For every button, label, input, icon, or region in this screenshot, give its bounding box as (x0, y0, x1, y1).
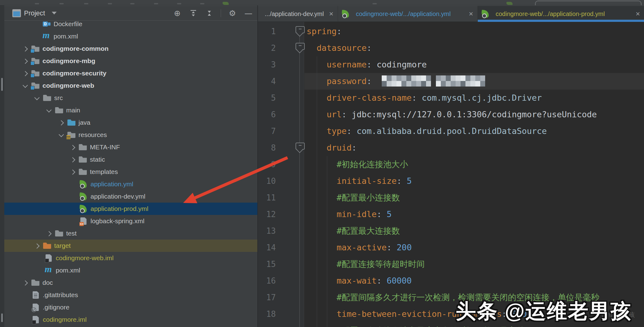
tree-row-codingmore-mbg[interactable]: codingmore-mbg (4, 55, 257, 67)
tree-row-label: codingmore-security (42, 70, 107, 77)
line-number: 17 (258, 289, 276, 306)
editor-gutter: 12345678910111213141516171819 (258, 22, 304, 327)
chevron-right-icon[interactable] (21, 67, 31, 79)
tree-row-dockerfile[interactable]: Dockerfile (4, 21, 257, 30)
locate-icon[interactable]: ⊕ (173, 9, 182, 18)
code-line: #配置最小连接数 (304, 189, 644, 206)
tree-row-label: src (54, 94, 63, 102)
tab-label: .../application-dev.yml (265, 10, 324, 18)
tree-row-pom-xml[interactable]: pom.xml (4, 30, 257, 42)
tree-row-java[interactable]: java (4, 116, 257, 129)
fold-marker-icon[interactable] (296, 143, 304, 152)
tree-row-label: codingmore-web.iml (56, 254, 114, 262)
line-number: 15 (258, 256, 276, 272)
chevron-down-icon[interactable] (21, 79, 31, 92)
line-number: 8 (258, 139, 276, 156)
maven-icon (42, 32, 50, 40)
code-line: password: (304, 73, 644, 90)
chevron-down-icon[interactable] (57, 129, 67, 141)
editor-tab[interactable]: codingmore-web/.../application-prod.yml× (478, 6, 644, 22)
toolbar-item-partial (372, 3, 377, 4)
chevron-right-icon[interactable] (68, 141, 79, 153)
code-line: max-active: 200 (304, 239, 644, 256)
chevron-down-icon[interactable] (33, 92, 43, 104)
fold-marker-icon[interactable] (296, 43, 304, 53)
tree-row-doc[interactable]: doc (4, 277, 257, 289)
line-number: 18 (258, 306, 276, 322)
editor-body[interactable]: 12345678910111213141516171819 spring: da… (258, 22, 644, 327)
tree-row-codingmore-common[interactable]: codingmore-common (4, 42, 257, 55)
tree-row-partial[interactable] (4, 326, 257, 327)
tree-row-application-yml[interactable]: application.yml (4, 178, 257, 190)
fold-marker-icon[interactable] (296, 26, 304, 36)
tree-row-templates[interactable]: templates (4, 166, 257, 178)
code-line: min-idle: 5 (304, 206, 644, 223)
tree-row-label: test (66, 230, 77, 237)
tree-row-label: Dockerfile (54, 21, 82, 28)
tree-row-main[interactable]: main (4, 104, 257, 116)
tree-row-target[interactable]: target (4, 240, 257, 252)
close-tab-icon[interactable]: × (329, 10, 333, 18)
line-number: 5 (258, 90, 276, 106)
tool-window-button-partial[interactable] (1, 78, 3, 91)
code-line: username: codingmore (304, 56, 644, 73)
chevron-right-icon[interactable] (57, 116, 67, 129)
toolbar-item-partial (108, 3, 112, 4)
tree-row-label: application.yml (91, 180, 133, 188)
tab-label: codingmore-web/.../application.yml (356, 10, 451, 18)
close-tab-icon[interactable]: × (636, 10, 640, 18)
chevron-down-icon[interactable] (52, 12, 57, 14)
tree-row-application-prod-yml[interactable]: application-prod.yml (4, 203, 257, 215)
tree-row-static[interactable]: static (4, 153, 257, 166)
close-tab-icon[interactable]: × (469, 10, 473, 18)
chevron-right-icon[interactable] (68, 153, 79, 166)
top-toolbar-strip (0, 0, 644, 6)
code-area[interactable]: spring: datasource: username: codingmore… (304, 23, 644, 327)
folder-module-icon (31, 45, 39, 53)
folder-module-icon (31, 82, 39, 90)
toolbar-item-partial (130, 3, 135, 4)
tree-row-src[interactable]: src (4, 92, 257, 104)
tree-row-logback-spring-xml[interactable]: logback-spring.xml (4, 215, 257, 227)
chevron-right-icon[interactable] (21, 55, 31, 67)
chevron-down-icon[interactable] (45, 104, 55, 116)
collapse-all-icon[interactable] (205, 9, 214, 18)
spring-boot-icon (481, 10, 489, 18)
iml-icon (45, 254, 53, 262)
hide-panel-icon[interactable]: — (244, 9, 253, 18)
project-header: Project ⊕⚙— (4, 6, 257, 21)
tree-row-resources[interactable]: resources (4, 129, 257, 141)
tree-row-label: target (54, 242, 71, 249)
line-number: 6 (258, 106, 276, 123)
tree-row-label: resources (78, 131, 107, 139)
tree-row-codingmore-web-iml[interactable]: codingmore-web.iml (4, 252, 257, 264)
tree-row-application-dev-yml[interactable]: application-dev.yml (4, 190, 257, 203)
tree-row--gitignore[interactable]: .gitignore (4, 301, 257, 313)
tree-row-codingmore-iml[interactable]: codingmore.iml (4, 313, 257, 326)
project-title[interactable]: Project (24, 9, 45, 17)
chevron-right-icon[interactable] (68, 166, 79, 178)
chevron-right-icon[interactable] (45, 227, 55, 240)
editor-tabbar: .../application-dev.yml×codingmore-web/.… (258, 6, 644, 22)
line-number: 13 (258, 223, 276, 239)
divider (221, 9, 221, 17)
tree-row-meta-inf[interactable]: META-INF (4, 141, 257, 153)
editor-tab[interactable]: codingmore-web/.../application.yml× (338, 6, 478, 22)
expand-all-icon[interactable] (189, 9, 198, 18)
tab-label: codingmore-web/.../application-prod.yml (496, 10, 605, 18)
tree-row--gitattributes[interactable]: .gitattributes (4, 289, 257, 301)
tree-row-pom-xml[interactable]: pom.xml (4, 264, 257, 277)
spring-run-icon-partial (223, 2, 229, 5)
code-line: spring: (304, 23, 644, 40)
editor-tab[interactable]: .../application-dev.yml× (258, 6, 338, 22)
chevron-right-icon[interactable] (21, 277, 31, 289)
tree-row-codingmore-security[interactable]: codingmore-security (4, 67, 257, 79)
line-number: 7 (258, 123, 276, 139)
settings-gear-icon[interactable]: ⚙ (228, 9, 237, 18)
chevron-right-icon[interactable] (21, 42, 31, 55)
tool-window-button-partial[interactable] (1, 313, 3, 322)
chevron-right-icon[interactable] (33, 240, 43, 252)
tree-row-test[interactable]: test (4, 227, 257, 240)
tree-row-label: java (78, 119, 91, 126)
tree-row-codingmore-web[interactable]: codingmore-web (4, 79, 257, 92)
